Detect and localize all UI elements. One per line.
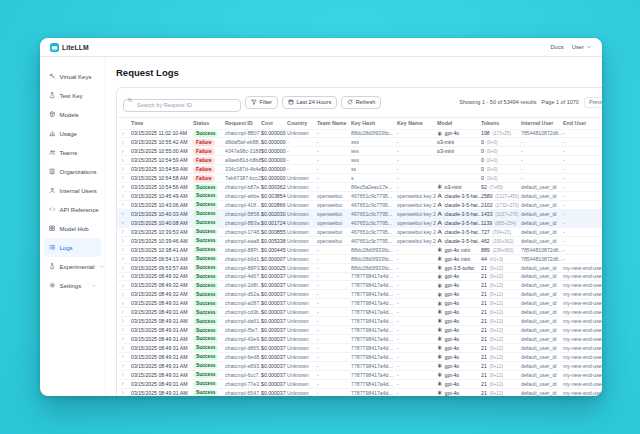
table-row[interactable]: 03/15/2025 10:54:59 AM Failure 334c187d-… — [117, 164, 602, 173]
row-expander-icon[interactable] — [117, 131, 131, 137]
row-expander-icon[interactable] — [117, 363, 131, 369]
cell-key-hash: 467651c9c7795... — [351, 220, 397, 226]
cell-country: Unknown — [287, 345, 317, 351]
row-expander-icon[interactable] — [117, 381, 131, 387]
cell-key-hash: 7787798417a4d... — [351, 318, 397, 324]
row-expander-icon[interactable] — [117, 327, 131, 333]
sidebar-item-organizations[interactable]: Organizations — [44, 162, 101, 181]
time-range-button[interactable]: Last 24 Hours — [282, 96, 337, 109]
row-expander-icon[interactable] — [117, 149, 131, 155]
row-expander-icon[interactable] — [117, 265, 131, 271]
sidebar-item-teams[interactable]: Teams — [44, 143, 101, 162]
table-row[interactable]: 03/15/2025 08:49:31 AM Success chatcmpl-… — [117, 352, 602, 361]
row-expander-icon[interactable] — [117, 283, 131, 289]
cell-internal-user: - — [521, 175, 563, 181]
row-expander-icon[interactable] — [117, 256, 131, 262]
row-expander-icon[interactable] — [117, 166, 131, 172]
row-expander-icon[interactable] — [117, 345, 131, 351]
table-row[interactable]: 03/15/2025 10:55:42 AM Failure d8daf5af-… — [117, 137, 602, 146]
cell-request-id: a9aeb81d-b8b8... — [225, 157, 261, 163]
sidebar-item-test-key[interactable]: Test Key — [44, 86, 101, 105]
row-expander-icon[interactable] — [117, 202, 131, 208]
row-expander-icon[interactable] — [117, 184, 131, 190]
table-row[interactable]: 03/15/2025 10:40:08 AM Success chatcmpl-… — [117, 218, 602, 227]
cell-country: Unknown — [287, 363, 317, 369]
cell-request-id: chatcmpl-88Pl... — [225, 247, 261, 253]
row-expander-icon[interactable] — [117, 220, 131, 226]
table-row[interactable]: 03/15/2025 08:49:31 AM Success chatcmpl-… — [117, 388, 602, 396]
table-row[interactable]: 03/15/2025 10:43:06 AM Success chatcmpl-… — [117, 200, 602, 209]
column-header-tokens: Tokens — [481, 120, 521, 126]
row-expander-icon[interactable] — [117, 390, 131, 396]
table-row[interactable]: 03/15/2025 08:49:31 AM Success chatcmpl-… — [117, 307, 602, 316]
row-expander-icon[interactable] — [117, 372, 131, 378]
table-row[interactable]: 03/15/2025 08:49:32 AM Success chatcmpl-… — [117, 289, 602, 298]
table-row[interactable]: 03/15/2025 10:54:58 AM Failure 7eb67387-… — [117, 173, 602, 182]
table-row[interactable]: 03/15/2025 10:39:46 AM Success chatcmpl-… — [117, 236, 602, 245]
table-row[interactable]: 03/15/2025 10:40:33 AM Success chatcmpl-… — [117, 209, 602, 218]
refresh-button[interactable]: Refresh — [341, 96, 381, 109]
sidebar-item-model-hub[interactable]: Model Hub — [44, 219, 101, 238]
table-row[interactable]: 03/15/2025 08:49:32 AM Success chatcmpl-… — [117, 272, 602, 281]
row-expander-icon[interactable] — [117, 193, 131, 199]
sidebar-item-experimental[interactable]: Experimental — [44, 257, 101, 276]
cell-key-hash: 7787798417a4d... — [351, 309, 397, 315]
cell-tokens: 198 (173+25) — [481, 130, 521, 136]
row-expander-icon[interactable] — [117, 292, 131, 298]
sidebar-item-label: Model Hub — [60, 226, 89, 232]
table-row[interactable]: 03/15/2025 08:49:31 AM Success chatcmpl-… — [117, 379, 602, 388]
row-expander-icon[interactable] — [117, 318, 131, 324]
row-expander-icon[interactable] — [117, 238, 131, 244]
table-row[interactable]: 03/15/2025 08:49:31 AM Success chatcmpl-… — [117, 361, 602, 370]
cell-key-name: - — [397, 184, 437, 190]
table-row[interactable]: 03/15/2025 11:02:10 AM Success chatcmpl-… — [117, 129, 602, 138]
row-expander-icon[interactable] — [117, 229, 131, 235]
cell-key-hash: 7787798417a4d... — [351, 354, 397, 360]
brand[interactable]: LiteLLM — [50, 43, 89, 52]
row-expander-icon[interactable] — [117, 301, 131, 307]
row-expander-icon[interactable] — [117, 140, 131, 146]
table-row[interactable]: 03/15/2025 08:49:32 AM Success chatcmpl-… — [117, 280, 602, 289]
table-row[interactable]: 03/15/2025 08:49:31 AM Success chatcmpl-… — [117, 298, 602, 307]
table-row[interactable]: 03/15/2025 10:39:53 AM Success chatcmpl-… — [117, 227, 602, 236]
row-expander-icon[interactable] — [117, 309, 131, 315]
table-row[interactable]: 03/15/2025 08:49:31 AM Success chatcmpl-… — [117, 343, 602, 352]
table-row[interactable]: 03/15/2025 08:49:31 AM Success chatcmpl-… — [117, 325, 602, 334]
table-row[interactable]: 03/15/2025 10:55:00 AM Failure 4347a98c-… — [117, 146, 602, 155]
status-badge: Success — [193, 336, 218, 343]
table-row[interactable]: 03/15/2025 10:54:59 AM Failure a9aeb81d-… — [117, 155, 602, 164]
row-expander-icon[interactable] — [117, 336, 131, 342]
search-input[interactable] — [123, 99, 241, 112]
cell-country: Unknown — [287, 202, 317, 208]
openai-icon — [437, 390, 443, 396]
table-row[interactable]: 03/15/2025 09:54:13 AM Success chatcmpl-… — [117, 254, 602, 263]
table-row[interactable]: 03/15/2025 09:53:57 AM Success chatcmpl-… — [117, 263, 602, 272]
table-row[interactable]: 03/15/2025 08:49:31 AM Success chatcmpl-… — [117, 334, 602, 343]
row-expander-icon[interactable] — [117, 211, 131, 217]
sidebar-item-api-reference[interactable]: API Reference — [44, 200, 101, 219]
sidebar-item-internal-users[interactable]: Internal Users — [44, 181, 101, 200]
cell-key-hash: 7787798417a4d... — [351, 345, 397, 351]
table-row[interactable]: 03/15/2025 10:45:49 AM Success chatcmpl-… — [117, 191, 602, 200]
table-row[interactable]: 03/15/2025 10:38:41 AM Success chatcmpl-… — [117, 245, 602, 254]
sidebar-item-models[interactable]: Models — [44, 105, 101, 124]
table-row[interactable]: 03/15/2025 08:49:31 AM Success chatcmpl-… — [117, 370, 602, 379]
cell-key-name: - — [397, 247, 437, 253]
table-row[interactable]: 03/15/2025 10:54:56 AM Success chatcmpl-… — [117, 182, 602, 191]
row-expander-icon[interactable] — [117, 175, 131, 181]
row-expander-icon[interactable] — [117, 274, 131, 280]
sidebar-item-usage[interactable]: Usage — [44, 124, 101, 143]
row-expander-icon[interactable] — [117, 158, 131, 164]
user-menu[interactable]: User — [572, 44, 592, 50]
sidebar-item-settings[interactable]: Settings — [44, 276, 101, 295]
anthropic-icon — [437, 202, 443, 208]
previous-button[interactable]: Previous — [584, 97, 602, 108]
docs-link[interactable]: Docs — [551, 44, 564, 50]
row-expander-icon[interactable] — [117, 354, 131, 360]
sidebar-item-virtual-keys[interactable]: Virtual Keys — [44, 67, 101, 86]
filter-button[interactable]: Filter — [245, 96, 278, 109]
table-row[interactable]: 03/15/2025 08:49:31 AM Success chatcmpl-… — [117, 316, 602, 325]
row-expander-icon[interactable] — [117, 247, 131, 253]
cell-country: - — [287, 157, 317, 163]
sidebar-item-logs[interactable]: Logs — [44, 238, 101, 257]
